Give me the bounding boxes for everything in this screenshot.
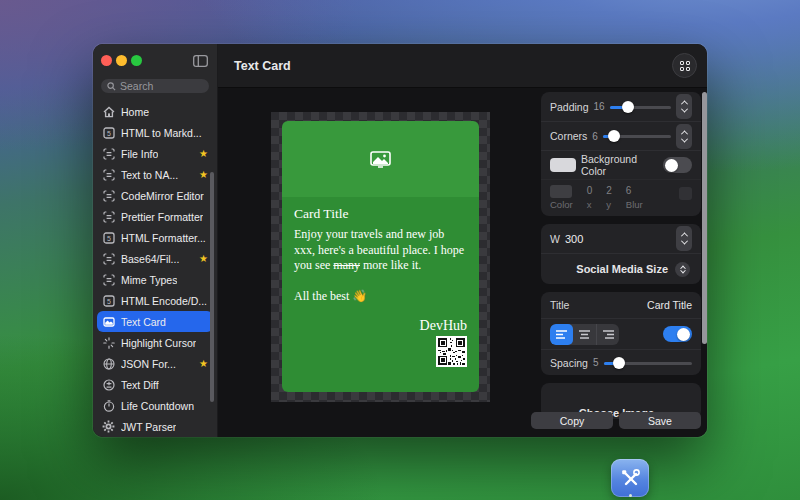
search-placeholder: Search: [120, 80, 153, 92]
width-value[interactable]: 300: [565, 233, 583, 245]
sidebar-item-json-for[interactable]: JSON For...★: [97, 353, 213, 374]
sidebar-item-label: HTML Formatter...: [121, 232, 206, 244]
padding-value: 16: [594, 101, 605, 112]
qr-code: [294, 336, 467, 367]
padding-stepper[interactable]: [676, 94, 692, 119]
card-closing-text: All the best 👋: [294, 289, 467, 304]
sidebar-item-text-diff[interactable]: Text Diff: [97, 374, 213, 395]
corners-label: Corners: [550, 130, 587, 142]
title-value[interactable]: Card Title: [647, 299, 692, 311]
sidebar-item-base64-fil[interactable]: Base64/Fil...★: [97, 248, 213, 269]
sidebar-item-text-card[interactable]: Text Card: [97, 311, 213, 332]
chevron-up-down-icon: [675, 262, 690, 277]
scan-icon: [102, 168, 115, 181]
save-button[interactable]: Save: [619, 412, 701, 429]
home-icon: [102, 105, 115, 118]
padding-slider[interactable]: [610, 101, 671, 113]
card-image-placeholder[interactable]: [282, 121, 479, 197]
size-preset-value: Social Media Size: [576, 263, 668, 275]
sidebar-item-label: Text Card: [121, 316, 166, 328]
sidebar-toggle-icon[interactable]: [193, 55, 208, 67]
sidebar-scrollbar[interactable]: [210, 172, 214, 402]
card-body-text: Enjoy your travels and new job xxx, here…: [294, 227, 467, 274]
favorite-star-icon: ★: [199, 149, 208, 159]
corners-slider[interactable]: [603, 130, 671, 142]
apps-grid-button[interactable]: [672, 53, 697, 78]
sidebar-item-label: Highlight Cursor: [121, 337, 196, 349]
scan-icon: [102, 189, 115, 202]
shadow-enable-checkbox[interactable]: [679, 187, 692, 200]
inspector-panel: Padding 16 Corners 6: [539, 88, 707, 437]
html-icon: 5: [102, 126, 115, 139]
align-center-button[interactable]: [573, 324, 596, 345]
spacing-value: 5: [593, 357, 599, 368]
sidebar-item-mime-types[interactable]: Mime Types: [97, 269, 213, 290]
html-icon: 5: [102, 294, 115, 307]
card-body: Card Title Enjoy your travels and new jo…: [282, 197, 479, 392]
appearance-section: Padding 16 Corners 6: [541, 92, 701, 216]
devhub-dock-icon[interactable]: [611, 459, 649, 497]
padding-label: Padding: [550, 101, 589, 113]
copy-button[interactable]: Copy: [531, 412, 613, 429]
favorite-star-icon: ★: [199, 254, 208, 264]
card-preview-area: Card Title Enjoy your travels and new jo…: [218, 88, 539, 437]
sidebar-item-prettier-formatter[interactable]: Prettier Formatter: [97, 206, 213, 227]
action-buttons: Copy Save: [531, 412, 701, 429]
shadow-x-field[interactable]: 0 x: [587, 185, 593, 210]
sidebar-item-jwt-parser[interactable]: JWT Parser: [97, 416, 213, 437]
scan-icon: [102, 252, 115, 265]
size-preset-dropdown[interactable]: Social Media Size: [541, 253, 701, 284]
align-right-button[interactable]: [596, 324, 619, 345]
sidebar-item-home[interactable]: Home: [97, 101, 213, 122]
shadow-blur-field[interactable]: 6 Blur: [626, 185, 643, 210]
shadow-color-field[interactable]: Color: [550, 185, 573, 210]
minimize-window-button[interactable]: [116, 55, 127, 66]
close-window-button[interactable]: [101, 55, 112, 66]
background-color-toggle[interactable]: [663, 157, 692, 173]
sidebar-item-text-to-na[interactable]: Text to NA...★: [97, 164, 213, 185]
card-brand-text: DevHub: [294, 318, 467, 334]
sidebar-item-label: Mime Types: [121, 274, 177, 286]
title-label: Title: [550, 299, 569, 311]
search-input[interactable]: Search: [101, 79, 209, 93]
width-stepper[interactable]: [676, 226, 692, 251]
sidebar-item-file-info[interactable]: File Info★: [97, 143, 213, 164]
sidebar-item-highlight-cursor[interactable]: Highlight Cursor: [97, 332, 213, 353]
sidebar-item-html-to-markd[interactable]: 5HTML to Markd...: [97, 122, 213, 143]
shadow-row: Color 0 x 2 y 6 Blur: [541, 179, 701, 216]
title-section: Title Card Title: [541, 292, 701, 375]
sidebar-item-life-countdown[interactable]: Life Countdown: [97, 395, 213, 416]
scan-icon: [102, 147, 115, 160]
align-left-icon: [556, 330, 567, 339]
background-color-row: Background Color: [541, 150, 701, 179]
background-color-well[interactable]: [550, 158, 576, 172]
sidebar-list: Home5HTML to Markd...File Info★Text to N…: [93, 97, 217, 437]
sidebar-item-label: JWT Parser: [121, 421, 176, 433]
sidebar-item-html-formatter[interactable]: 5HTML Formatter...: [97, 227, 213, 248]
width-label: W: [550, 233, 560, 245]
page-title: Text Card: [234, 59, 291, 73]
svg-text:5: 5: [107, 129, 111, 136]
align-left-button[interactable]: [550, 324, 573, 345]
globe-icon: [102, 357, 115, 370]
corners-stepper[interactable]: [676, 124, 692, 149]
align-right-icon: [603, 330, 614, 339]
alignment-row: [541, 318, 701, 349]
sidebar-item-codemirror-editor[interactable]: CodeMirror Editor: [97, 185, 213, 206]
shadow-color-well[interactable]: [550, 185, 572, 198]
shadow-y-field[interactable]: 2 y: [606, 185, 612, 210]
scan-icon: [102, 210, 115, 223]
dock-running-indicator: [629, 494, 632, 497]
sidebar-item-label: Base64/Fil...: [121, 253, 179, 265]
zoom-window-button[interactable]: [131, 55, 142, 66]
title-enable-toggle[interactable]: [663, 326, 692, 342]
title-row: Title Card Title: [541, 292, 701, 318]
sidebar-item-html-encode-d[interactable]: 5HTML Encode/D...: [97, 290, 213, 311]
scan-icon: [102, 273, 115, 286]
spacing-slider[interactable]: [604, 357, 692, 369]
cursor-icon: [102, 336, 115, 349]
sidebar-item-label: JSON For...: [121, 358, 176, 370]
svg-text:5: 5: [107, 234, 111, 241]
inspector-scrollbar[interactable]: [702, 92, 707, 344]
sidebar-item-label: Home: [121, 106, 149, 118]
